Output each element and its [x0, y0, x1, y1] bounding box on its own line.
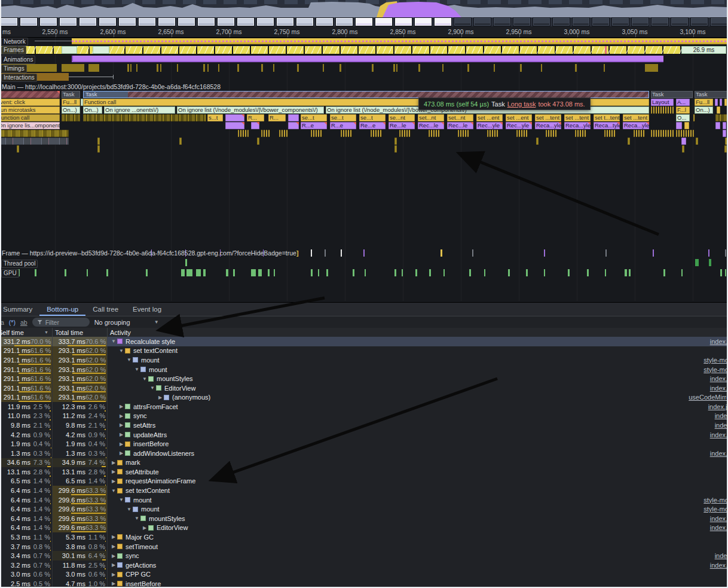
flame-bar-rec-le[interactable]: Rec...le — [418, 122, 444, 129]
flame-bar[interactable] — [97, 138, 100, 145]
flame-bar-on-[interactable]: On...) — [695, 106, 713, 114]
flame-bar-layout[interactable]: Layout — [651, 99, 674, 106]
track-label-gpu[interactable]: GPU — [1, 269, 19, 278]
flame-bar[interactable] — [676, 122, 682, 129]
flame-bar-fu-ll[interactable]: Fu...ll — [695, 99, 713, 106]
flame-bar[interactable] — [696, 138, 698, 145]
track-label-network[interactable]: Network — [1, 38, 28, 46]
flame-bar[interactable] — [394, 145, 397, 153]
track-label-timings[interactable]: Timings — [1, 65, 27, 73]
flame-bar-r-[interactable]: R... — [268, 114, 286, 121]
flame-bar[interactable] — [97, 145, 100, 153]
flame-bar[interactable] — [225, 122, 244, 129]
flame-bar[interactable] — [288, 122, 299, 129]
track-label-thread-pool[interactable]: Thread pool — [1, 260, 38, 268]
flame-bar-set-tent[interactable]: set ...tent — [535, 114, 561, 121]
flame-bar[interactable] — [681, 138, 686, 145]
flame-bar-r-[interactable]: R... — [247, 114, 264, 121]
flame-bar-se-t[interactable]: se...t — [301, 114, 327, 121]
flame-bar-event-click[interactable]: Event: click — [0, 99, 60, 106]
tooltip-long-task-link[interactable]: Long task — [507, 100, 536, 108]
flame-bar-f-l[interactable]: F...l — [676, 106, 690, 114]
flame-bar[interactable] — [257, 138, 259, 145]
flame-bar-on-[interactable]: On...) — [83, 106, 102, 114]
flame-bar-reca-tyle[interactable]: Reca...tyle — [594, 122, 620, 129]
flame-bar[interactable] — [651, 106, 674, 114]
flame-bar[interactable] — [516, 130, 528, 137]
track-label-frames[interactable]: Frames — [1, 46, 26, 54]
flame-bar-set-tent[interactable]: set ...tent — [564, 114, 591, 121]
flame-bar[interactable] — [429, 130, 441, 137]
flame-bar[interactable] — [715, 99, 718, 106]
flame-bar[interactable] — [83, 114, 206, 121]
frame-track-label[interactable]: Frame — https://id-preview--bd53fd9d-728… — [2, 249, 298, 257]
flame-bar[interactable] — [179, 138, 182, 145]
flame-bar[interactable] — [693, 114, 696, 121]
flame-bar-task[interactable]: Task — [62, 91, 80, 98]
flame-bar[interactable] — [394, 138, 397, 145]
main-thread-label[interactable]: Main — http://localhost:3000/projects/bd… — [2, 83, 221, 90]
flame-bar[interactable] — [371, 130, 383, 137]
flame-bar-on-ignore-list-node-modules-bower-components-[interactable]: On ignore list (\/node_modules\/|\/bower… — [177, 106, 324, 114]
track-label-animations[interactable]: Animations — [1, 56, 35, 64]
flame-bar[interactable] — [288, 114, 299, 121]
flame-bar[interactable] — [261, 130, 271, 137]
flame-bar-set-tent[interactable]: set ...tent — [623, 114, 649, 121]
flame-bar[interactable] — [399, 130, 411, 137]
flame-bar-on-ignore-onents-[interactable]: On ignore ...onents\/) — [104, 106, 175, 114]
flame-bar[interactable] — [311, 130, 323, 137]
flame-bar-re-le[interactable]: Re...le — [389, 122, 415, 129]
flame-bar-a-[interactable]: A... — [676, 99, 690, 106]
flame-bar[interactable] — [0, 138, 69, 145]
flame-bar[interactable] — [0, 130, 69, 137]
flame-bar[interactable] — [723, 130, 726, 137]
flame-bar-task[interactable]: Task — [651, 91, 693, 98]
flame-bar-set-t-tent[interactable]: set t...tent — [594, 114, 620, 121]
flame-bar[interactable] — [715, 114, 727, 121]
flame-bar-set-nt[interactable]: set...nt — [447, 114, 473, 121]
flame-bar[interactable] — [720, 99, 722, 106]
flame-bar-on-ignore-lis-omponents-[interactable]: On ignore lis...omponents\/) — [0, 122, 60, 129]
flame-bar-run-microtasks[interactable]: Run microtasks — [0, 106, 60, 114]
flame-bar[interactable] — [575, 130, 587, 137]
flame-bar[interactable] — [651, 130, 674, 137]
flame-bar-se-nt[interactable]: se...nt — [389, 114, 415, 121]
flame-bar-task[interactable]: Task — [695, 91, 728, 98]
flame-bar-reca-yle[interactable]: Reca...yle — [623, 122, 649, 129]
flame-bar[interactable] — [225, 114, 244, 121]
flame-bar[interactable] — [676, 130, 694, 137]
flame-bar-s-t[interactable]: s...t — [207, 114, 223, 121]
flame-bar[interactable] — [458, 130, 470, 137]
flame-bar-se-t[interactable]: se...t — [330, 114, 356, 121]
flame-bar[interactable] — [725, 138, 727, 145]
flame-bar-function-call[interactable]: Function call — [0, 114, 60, 121]
flame-bar-on-[interactable]: On...) — [62, 106, 80, 114]
flame-bar-rec-yle[interactable]: Rec...yle — [476, 122, 503, 129]
flame-bar[interactable] — [604, 130, 616, 137]
flame-bar[interactable] — [682, 145, 684, 153]
flame-bar[interactable] — [0, 91, 60, 98]
flame-bar[interactable] — [724, 99, 727, 106]
flame-bar-reca-yle[interactable]: Reca...yle — [564, 122, 591, 129]
flame-bar[interactable] — [251, 122, 259, 129]
flame-bar-rec-yle[interactable]: Rec...yle — [506, 122, 532, 129]
flame-bar[interactable] — [715, 122, 720, 129]
flame-bar[interactable] — [546, 130, 558, 137]
flame-bar-fu-ll[interactable]: Fu...ll — [62, 99, 80, 106]
flame-bar[interactable] — [238, 130, 249, 137]
flame-bar[interactable] — [684, 122, 689, 129]
flame-bar[interactable] — [62, 114, 80, 121]
flame-bar[interactable] — [341, 130, 353, 137]
flame-bar[interactable] — [487, 130, 499, 137]
flame-bar-r-e[interactable]: R...e — [330, 122, 356, 129]
flame-bar-se-t[interactable]: se...t — [359, 114, 386, 121]
flame-bar-rec-le[interactable]: Rec...le — [447, 122, 473, 129]
flame-bar[interactable] — [717, 106, 720, 114]
flame-bar-set-nt[interactable]: set...nt — [418, 114, 444, 121]
flame-bar[interactable] — [17, 145, 19, 153]
flame-bar-set-ent[interactable]: set ...ent — [476, 114, 503, 121]
track-label-interactions[interactable]: Interactions — [1, 74, 37, 82]
flame-bar-set-ent[interactable]: set ...ent — [506, 114, 532, 121]
flame-bar-o-[interactable]: O... — [676, 114, 690, 121]
flame-bar[interactable] — [634, 130, 646, 137]
